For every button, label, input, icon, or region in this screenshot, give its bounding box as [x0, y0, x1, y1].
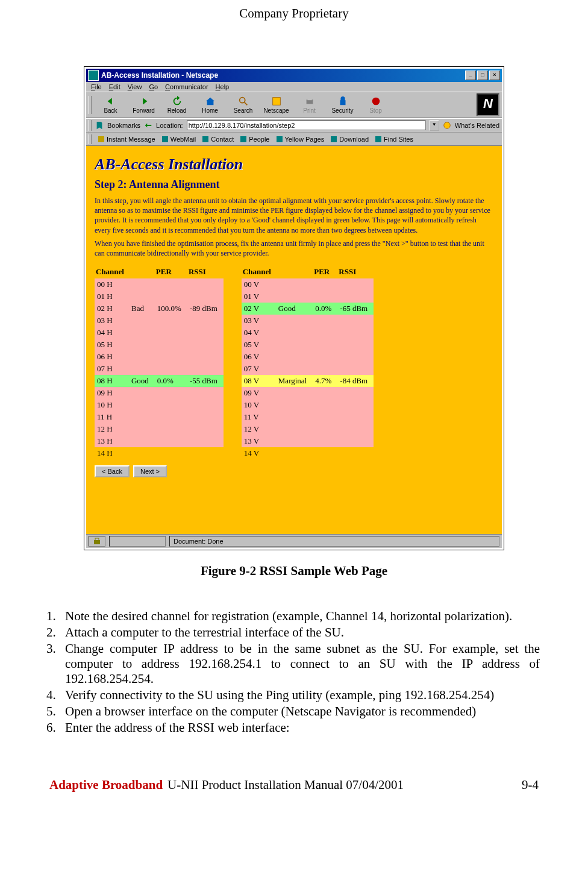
- toolbar-home-button[interactable]: Home: [193, 96, 227, 114]
- cell-channel: 14 H: [95, 447, 129, 459]
- cell-channel: 13 V: [242, 435, 276, 447]
- table-row: 03 H: [95, 315, 224, 327]
- table-row: 05 H: [95, 339, 224, 351]
- cell-quality: Good: [276, 303, 313, 315]
- cell-channel: 14 V: [242, 447, 276, 459]
- svg-rect-8: [202, 136, 208, 142]
- cell-quality: Bad: [129, 303, 155, 315]
- netscape-window: AB-Access Installation - Netscape _ □ × …: [86, 69, 502, 548]
- table-header-row: Channel PER RSSI: [95, 266, 224, 278]
- linkbar-item[interactable]: Yellow Pages: [276, 136, 325, 143]
- netscape-icon: [271, 96, 283, 107]
- cell-quality: [129, 387, 155, 399]
- menu-communicator[interactable]: Communicator: [165, 83, 208, 90]
- link-icon: [202, 136, 209, 143]
- cell-quality: [129, 435, 155, 447]
- maximize-button[interactable]: □: [477, 71, 488, 80]
- cell-rssi: [187, 278, 224, 291]
- cell-rssi: [187, 291, 224, 303]
- instruction-list: Note the desired channel for registratio…: [59, 609, 540, 735]
- app-icon: [88, 70, 99, 81]
- svg-rect-2: [306, 99, 313, 104]
- cell-per: [155, 411, 187, 423]
- page-h2: Step 2: Antenna Alignment: [95, 178, 493, 191]
- cell-channel: 09 V: [242, 387, 276, 399]
- whats-related-label[interactable]: What's Related: [455, 122, 499, 129]
- table-row: 11 H: [95, 411, 224, 423]
- table-row: 06 H: [95, 351, 224, 363]
- location-input[interactable]: [187, 121, 426, 130]
- cell-rssi: [337, 327, 374, 339]
- instruction-item: Change computer IP address to be in the …: [59, 641, 540, 687]
- toolbar-netscape-button[interactable]: Netscape: [260, 96, 293, 114]
- window-controls: _ □ ×: [465, 71, 500, 80]
- toolbar-label: Netscape: [263, 107, 289, 114]
- menu-go[interactable]: Go: [149, 83, 158, 90]
- location-dropdown[interactable]: ▼: [430, 120, 439, 131]
- linkbar-item[interactable]: Find Sites: [375, 136, 413, 143]
- whats-related-icon[interactable]: [443, 121, 451, 130]
- table-row: 10 H: [95, 399, 224, 411]
- page-h1: AB-Access Installation: [95, 156, 493, 174]
- bookmarks-label[interactable]: Bookmarks: [107, 122, 140, 129]
- instruction-item: Attach a computer to the terrestrial int…: [59, 625, 540, 640]
- cell-rssi: [187, 387, 224, 399]
- cell-quality: [129, 339, 155, 351]
- minimize-button[interactable]: _: [465, 71, 476, 80]
- cell-per: [313, 278, 337, 291]
- cell-channel: 09 H: [95, 387, 129, 399]
- cell-channel: 03 V: [242, 315, 276, 327]
- linkbar-item[interactable]: Contact: [202, 136, 234, 143]
- menu-file[interactable]: File: [91, 83, 102, 90]
- linkbar-item[interactable]: Instant Message: [98, 136, 155, 143]
- cell-rssi: [187, 411, 224, 423]
- toolbar-forward-button[interactable]: Forward: [127, 96, 160, 114]
- cell-channel: 11 H: [95, 411, 129, 423]
- toolbar-label: Forward: [133, 107, 155, 114]
- cell-quality: [276, 423, 313, 435]
- cell-channel: 03 H: [95, 315, 129, 327]
- stop-icon: [370, 96, 382, 107]
- cell-quality: [129, 291, 155, 303]
- toolbar-print-button[interactable]: Print: [293, 96, 326, 114]
- close-button[interactable]: ×: [489, 71, 500, 80]
- next-button[interactable]: Next >: [133, 465, 167, 477]
- toolbar-search-button[interactable]: Search: [227, 96, 260, 114]
- linkbar-item[interactable]: People: [240, 136, 269, 143]
- svg-rect-6: [98, 136, 104, 142]
- linkbar-label: Contact: [211, 136, 234, 143]
- svg-rect-11: [331, 136, 337, 142]
- link-icon: [161, 136, 169, 143]
- cell-channel: 10 H: [95, 399, 129, 411]
- cell-per: [313, 339, 337, 351]
- classification-header: Company Proprietary: [0, 6, 588, 21]
- bookmarks-icon[interactable]: [95, 121, 104, 130]
- toolbar-back-button[interactable]: Back: [94, 96, 127, 114]
- cell-per: [155, 447, 187, 459]
- linkbar-label: WebMail: [170, 136, 196, 143]
- table-row: 10 V: [242, 399, 374, 411]
- toolbar-stop-button[interactable]: Stop: [359, 96, 392, 114]
- cell-per: [155, 399, 187, 411]
- table-row: 14 H: [95, 447, 224, 459]
- linkbar-label: Yellow Pages: [285, 136, 325, 143]
- page-footer: Adaptive Broadband U-NII Product Install…: [0, 778, 588, 793]
- linkbar-item[interactable]: Download: [330, 136, 369, 143]
- back-button[interactable]: < Back: [95, 465, 130, 477]
- cell-rssi: [337, 339, 374, 351]
- toolbar-security-button[interactable]: Security: [326, 96, 359, 114]
- toolbar-reload-button[interactable]: Reload: [160, 96, 193, 114]
- cell-rssi: [337, 387, 374, 399]
- menu-view[interactable]: View: [128, 83, 142, 90]
- cell-quality: [129, 351, 155, 363]
- table-row: 13 H: [95, 435, 224, 447]
- cell-rssi: [337, 423, 374, 435]
- menu-help[interactable]: Help: [216, 83, 230, 90]
- cell-rssi: [187, 399, 224, 411]
- cell-rssi: [337, 351, 374, 363]
- linkbar-item[interactable]: WebMail: [161, 136, 196, 143]
- cell-rssi: -89 dBm: [187, 303, 224, 315]
- cell-quality: [276, 327, 313, 339]
- menu-edit[interactable]: Edit: [109, 83, 120, 90]
- cell-rssi: [187, 447, 224, 459]
